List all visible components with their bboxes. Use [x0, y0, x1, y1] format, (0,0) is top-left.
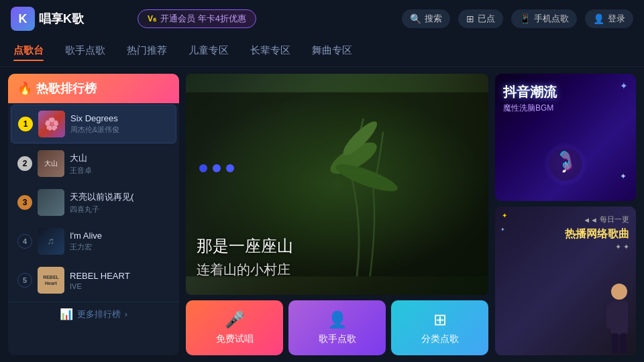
logo-icon: K — [11, 7, 35, 31]
login-button[interactable]: 👤 登录 — [585, 9, 633, 28]
header: K 唱享K歌 V₆ 开通会员 年卡4折优惠 🔍 搜索 ⊞ 已点 📱 手机点歌 👤… — [0, 0, 644, 38]
login-label: 登录 — [608, 13, 625, 25]
chart-artist-4: 王力宏 — [70, 242, 170, 252]
lyrics-dots — [199, 164, 234, 172]
nav-item-singer-songs[interactable]: 歌手点歌 — [65, 44, 105, 60]
tiktok-title: 抖音潮流 — [503, 83, 628, 101]
rank-badge-1: 1 — [18, 117, 33, 131]
svg-rect-10 — [621, 305, 628, 328]
more-charts-button[interactable]: 📊 更多排行榜 › — [8, 302, 179, 326]
queue-label: 已点 — [478, 13, 495, 25]
chart-title-5: REBEL HEART — [70, 271, 170, 281]
nav-item-hot[interactable]: 热门推荐 — [127, 44, 167, 60]
star-icon-2: ✦ — [500, 227, 505, 233]
chart-artist-2: 王音卓 — [70, 166, 170, 176]
main-content: 🔥 热歌排行榜 1 🌸 Six Degrees 周杰伦&派伟俊 2 大山 大山 … — [0, 67, 644, 362]
rank-badge-5: 5 — [17, 273, 32, 288]
app-title: 唱享K歌 — [39, 11, 84, 27]
svg-point-7 — [611, 284, 627, 300]
video-player: 那是一座座山 连着山的小村庄 — [186, 74, 488, 295]
logo-area: K 唱享K歌 — [11, 7, 84, 31]
chart-artist-1: 周杰伦&派伟俊 — [70, 125, 169, 135]
search-label: 搜索 — [425, 13, 442, 25]
tiktok-promo[interactable]: 抖音潮流 魔性洗脑BGM ♪ — [495, 74, 636, 201]
trial-label: 免费试唱 — [216, 333, 254, 345]
chart-artist-3: 四喜丸子 — [70, 204, 170, 215]
nav-bar: 点歌台 歌手点歌 热门推荐 儿童专区 长辈专区 舞曲专区 — [0, 38, 644, 67]
dot-1 — [199, 164, 207, 172]
chart-title-3: 天亮以前说再见( — [70, 191, 170, 203]
chart-item-4[interactable]: 4 🎵 I'm Alive 王力宏 — [11, 223, 176, 260]
vip-text: 开通会员 年卡4折优惠 — [160, 13, 246, 25]
svg-rect-12 — [620, 333, 627, 353]
video-background: 那是一座座山 连着山的小村庄 — [186, 74, 488, 295]
chart-item-1[interactable]: 1 🌸 Six Degrees 周杰伦&派伟俊 — [11, 105, 176, 143]
daily-text-area: ◄◄ 每日一更 热播网络歌曲 ✦ ✦ — [565, 215, 629, 251]
chart-title-icon: 🔥 — [17, 81, 32, 96]
chart-title: 热歌排行榜 — [36, 80, 97, 97]
daily-hits-promo[interactable]: ◄◄ 每日一更 热播网络歌曲 ✦ ✦ ✦ ✦ — [495, 206, 636, 355]
dot-3 — [226, 164, 234, 172]
chart-thumb-5: REBELHeart — [38, 267, 64, 294]
chart-item-2[interactable]: 2 大山 大山 王音卓 — [11, 145, 176, 182]
queue-icon: ⊞ — [466, 13, 474, 24]
grid-icon: ⊞ — [433, 310, 447, 329]
rank-badge-2: 2 — [17, 156, 32, 171]
star-icon: ✦ — [502, 212, 507, 219]
chart-title-1: Six Degrees — [70, 113, 169, 123]
chart-info-3: 天亮以前说再见( 四喜丸子 — [70, 191, 170, 215]
chart-info-2: 大山 王音卓 — [70, 152, 170, 176]
right-panel: 抖音潮流 魔性洗脑BGM ♪ — [495, 74, 636, 355]
chart-item-5[interactable]: 5 REBELHeart REBEL HEART IVE — [11, 261, 176, 299]
trial-button[interactable]: 🎤 免费试唱 — [186, 300, 283, 355]
more-chevron-icon: › — [125, 309, 127, 319]
phone-label: 手机点歌 — [534, 13, 569, 25]
chart-item-3[interactable]: 3 天亮以前说再见( 四喜丸子 — [11, 184, 176, 221]
action-buttons: 🎤 免费试唱 👤 歌手点歌 ⊞ 分类点歌 — [186, 300, 488, 355]
singer-songs-button[interactable]: 👤 歌手点歌 — [288, 300, 386, 355]
tiktok-subtitle: 魔性洗脑BGM — [503, 103, 628, 114]
chart-thumb-3 — [38, 189, 64, 216]
daily-label: ◄◄ 每日一更 — [565, 215, 629, 225]
dot-2 — [213, 164, 221, 172]
chart-title-4: I'm Alive — [70, 231, 170, 241]
tiktok-text-area: 抖音潮流 魔性洗脑BGM — [503, 83, 628, 114]
phone-icon: 📱 — [519, 13, 531, 24]
chart-info-5: REBEL HEART IVE — [70, 271, 170, 290]
category-songs-button[interactable]: ⊞ 分类点歌 — [391, 300, 488, 355]
bar-chart-icon: 📊 — [60, 308, 73, 320]
chart-artist-5: IVE — [70, 282, 170, 290]
chart-thumb-4: 🎵 — [38, 228, 64, 255]
lyric-line-1: 那是一座座山 — [197, 235, 478, 257]
nav-item-songs[interactable]: 点歌台 — [13, 44, 44, 60]
nav-item-dance[interactable]: 舞曲专区 — [312, 44, 352, 60]
nav-item-elder[interactable]: 长辈专区 — [250, 44, 290, 60]
nav-item-children[interactable]: 儿童专区 — [189, 44, 229, 60]
user-icon: 👤 — [593, 13, 604, 24]
svg-rect-9 — [606, 305, 613, 328]
sparkle-icon-2: ✦ — [620, 172, 627, 181]
search-button[interactable]: 🔍 搜索 — [402, 9, 450, 28]
singer-songs-label: 歌手点歌 — [319, 333, 356, 345]
vip-badge: V₆ — [148, 14, 156, 23]
microphone-icon: 🎤 — [225, 310, 245, 329]
lyrics-container: 那是一座座山 连着山的小村庄 — [197, 235, 478, 279]
center-panel: 那是一座座山 连着山的小村庄 🎤 免费试唱 👤 歌手点歌 ⊞ 分类点歌 — [186, 74, 488, 355]
category-songs-label: 分类点歌 — [421, 333, 459, 345]
phone-button[interactable]: 📱 手机点歌 — [511, 9, 577, 28]
vip-banner[interactable]: V₆ 开通会员 年卡4折优惠 — [138, 9, 256, 28]
daily-title: 热播网络歌曲 — [565, 227, 629, 241]
rank-badge-4: 4 — [17, 234, 32, 249]
chart-info-4: I'm Alive 王力宏 — [70, 231, 170, 252]
svg-rect-11 — [612, 333, 619, 353]
chart-title-2: 大山 — [70, 152, 170, 164]
rank-badge-3: 3 — [17, 195, 32, 210]
queue-button[interactable]: ⊞ 已点 — [458, 9, 503, 28]
chart-thumb-2: 大山 — [38, 150, 64, 177]
chart-header: 🔥 热歌排行榜 — [8, 74, 179, 103]
search-icon: 🔍 — [410, 13, 421, 24]
more-charts-label: 更多排行榜 — [77, 308, 121, 320]
chart-info-1: Six Degrees 周杰伦&派伟俊 — [70, 113, 169, 135]
singer-figure — [582, 278, 636, 355]
sparkle-icon: ✦ — [620, 80, 628, 91]
